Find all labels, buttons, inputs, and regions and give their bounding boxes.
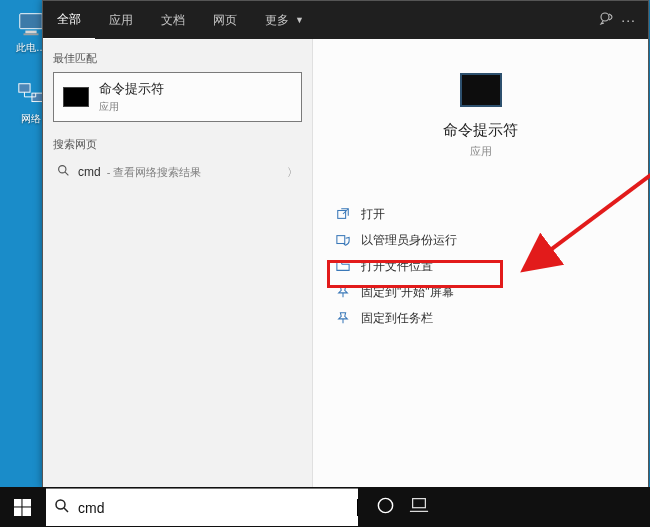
windows-logo-icon xyxy=(14,499,31,516)
cmd-icon xyxy=(63,87,89,107)
tab-apps[interactable]: 应用 xyxy=(95,1,147,39)
search-icon xyxy=(57,164,70,180)
more-options-icon[interactable]: ··· xyxy=(621,12,636,28)
svg-point-17 xyxy=(56,500,65,509)
start-search-panel: 全部 应用 文档 网页 更多 ▼ ··· 最佳匹配 命令提示符 应用 搜索网页 xyxy=(42,0,649,487)
task-view-button[interactable] xyxy=(409,497,429,517)
svg-point-6 xyxy=(59,166,66,173)
desktop-icon-label: 网络 xyxy=(21,113,41,124)
search-results-left: 最佳匹配 命令提示符 应用 搜索网页 cmd - 查看网络搜索结果 〉 xyxy=(43,39,313,488)
svg-rect-14 xyxy=(22,499,31,506)
web-hint: - 查看网络搜索结果 xyxy=(107,165,202,180)
web-search-header: 搜索网页 xyxy=(53,137,302,152)
svg-rect-1 xyxy=(25,31,36,34)
tab-web[interactable]: 网页 xyxy=(199,1,251,39)
cortana-button[interactable] xyxy=(376,496,395,519)
svg-rect-20 xyxy=(413,499,426,508)
svg-rect-2 xyxy=(24,33,39,35)
web-term: cmd xyxy=(78,165,101,179)
action-open[interactable]: 打开 xyxy=(333,201,648,227)
taskbar-search[interactable]: cmd xyxy=(46,488,358,526)
svg-rect-15 xyxy=(14,507,21,516)
chevron-right-icon: 〉 xyxy=(287,165,298,180)
best-match-subtitle: 应用 xyxy=(99,100,164,114)
web-search-item[interactable]: cmd - 查看网络搜索结果 〉 xyxy=(53,158,302,186)
best-match-title: 命令提示符 xyxy=(99,80,164,98)
preview-title: 命令提示符 xyxy=(313,121,648,140)
text-cursor xyxy=(357,499,358,516)
search-icon xyxy=(54,498,70,518)
pin-start-icon xyxy=(335,284,351,300)
best-match-item[interactable]: 命令提示符 应用 xyxy=(53,72,302,122)
chevron-down-icon: ▼ xyxy=(295,15,304,25)
admin-shield-icon xyxy=(335,232,351,248)
taskbar: cmd xyxy=(0,487,650,527)
best-match-header: 最佳匹配 xyxy=(53,51,302,66)
action-open-location[interactable]: 打开文件位置 xyxy=(333,253,648,279)
svg-rect-13 xyxy=(14,499,21,506)
svg-rect-8 xyxy=(338,211,346,219)
search-tabs: 全部 应用 文档 网页 更多 ▼ ··· xyxy=(43,1,648,39)
feedback-icon[interactable] xyxy=(599,11,615,30)
tab-docs[interactable]: 文档 xyxy=(147,1,199,39)
svg-line-18 xyxy=(64,508,68,512)
svg-point-5 xyxy=(601,13,609,21)
folder-icon xyxy=(335,258,351,274)
svg-rect-16 xyxy=(22,507,31,516)
open-icon xyxy=(335,206,351,222)
tab-all[interactable]: 全部 xyxy=(43,0,95,40)
pin-taskbar-icon xyxy=(335,310,351,326)
svg-rect-3 xyxy=(19,84,30,92)
action-pin-start[interactable]: 固定到"开始"屏幕 xyxy=(333,279,648,305)
svg-line-7 xyxy=(65,172,68,175)
action-pin-taskbar[interactable]: 固定到任务栏 xyxy=(333,305,648,331)
action-run-as-admin[interactable]: 以管理员身份运行 xyxy=(333,227,648,253)
preview-app-icon xyxy=(460,73,502,107)
start-button[interactable] xyxy=(0,487,44,527)
svg-rect-9 xyxy=(337,236,345,244)
search-input[interactable]: cmd xyxy=(78,500,356,516)
search-preview-pane: 命令提示符 应用 打开 以管理员身份运行 打开文件位置 固定到"开始"屏幕 xyxy=(313,39,648,488)
svg-rect-0 xyxy=(20,14,43,29)
preview-subtitle: 应用 xyxy=(313,144,648,159)
svg-point-19 xyxy=(378,498,392,512)
preview-actions: 打开 以管理员身份运行 打开文件位置 固定到"开始"屏幕 固定到任务栏 xyxy=(313,201,648,331)
